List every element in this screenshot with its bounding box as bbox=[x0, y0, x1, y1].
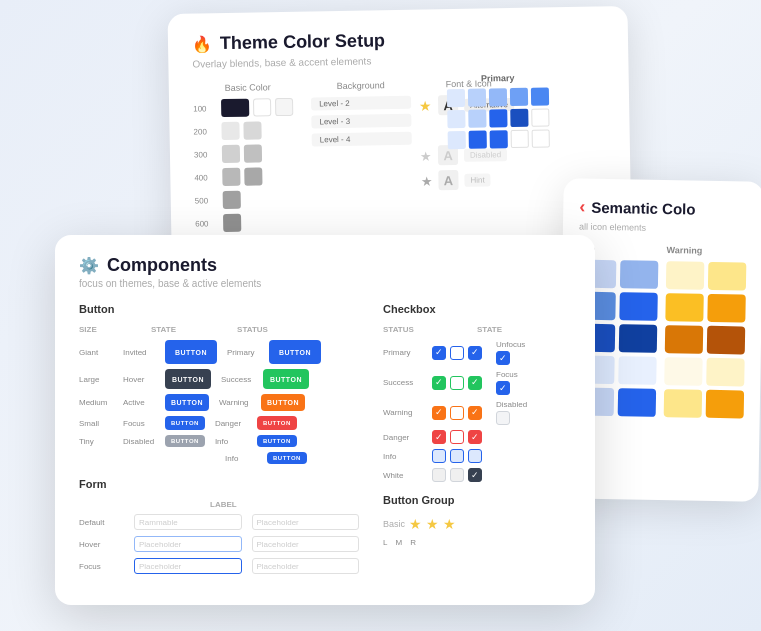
cb-info-outline2[interactable] bbox=[450, 449, 464, 463]
btn-info-2[interactable]: BUTTON bbox=[267, 452, 307, 464]
cb-red-check[interactable]: ✓ bbox=[432, 430, 446, 444]
cb-white-label: White bbox=[383, 471, 428, 480]
disabled-state-label: Disabled bbox=[123, 437, 161, 446]
cb-white-box2[interactable] bbox=[450, 468, 464, 482]
cb-warning-row: Warning ✓ ✓ Disabled bbox=[383, 400, 571, 425]
hover-label-input[interactable]: Placeholder bbox=[252, 536, 360, 552]
cb-white-box1[interactable] bbox=[432, 468, 446, 482]
btn-warning[interactable]: BUTTON bbox=[261, 394, 305, 411]
cb-disabled-box bbox=[496, 411, 510, 425]
warning-swatch-grid bbox=[664, 261, 747, 418]
state-header: STATE bbox=[121, 325, 206, 334]
cb-red-check2[interactable]: ✓ bbox=[468, 430, 482, 444]
cb-blue-outline[interactable] bbox=[450, 346, 464, 360]
warn-sw-2 bbox=[708, 262, 746, 291]
warn-sw-3 bbox=[665, 293, 703, 322]
btn-group-title: Button Group bbox=[383, 494, 571, 506]
theme-row-600: 600 bbox=[195, 213, 305, 233]
btn-active[interactable]: BUTTON bbox=[165, 394, 209, 411]
p-sw-14 bbox=[511, 130, 529, 148]
form-focus-row: Focus Placeholder Placeholder bbox=[79, 558, 359, 574]
cb-orange-check2[interactable]: ✓ bbox=[468, 406, 482, 420]
star-disabled-icon: ★ bbox=[420, 148, 432, 163]
primary-swatch-grid bbox=[447, 87, 550, 149]
status-header: STATUS bbox=[210, 325, 295, 334]
basic-color-label: Basic Color bbox=[193, 82, 303, 94]
btn-focus[interactable]: BUTTON bbox=[165, 416, 205, 430]
warn-sw-10 bbox=[706, 390, 744, 419]
cb-info-group bbox=[432, 449, 482, 463]
font-row-hint: ★ A Hint bbox=[420, 169, 520, 191]
p-sw-2 bbox=[468, 88, 486, 106]
form-section: Form LABEL Default Rammable Placeholder bbox=[79, 478, 359, 574]
giant-label: Giant bbox=[79, 348, 119, 357]
btn-info[interactable]: BUTTON bbox=[257, 435, 297, 447]
cb-warning-label: Warning bbox=[383, 408, 428, 417]
checkbox-section-title: Checkbox bbox=[383, 303, 571, 315]
btn-row-giant: Giant Invited BUTTON Primary BUTTON bbox=[79, 340, 359, 364]
btn-primary[interactable]: BUTTON bbox=[269, 340, 321, 364]
hover-input[interactable]: Placeholder bbox=[134, 536, 242, 552]
cb-info-outline1[interactable] bbox=[432, 449, 446, 463]
unfocus-state: Unfocus ✓ bbox=[496, 340, 525, 365]
warn-sw-7 bbox=[664, 357, 702, 386]
theme-card-subtitle: Overlay blends, base & accent elements bbox=[192, 51, 604, 69]
btn-headers: SIZE STATE STATUS bbox=[79, 325, 359, 334]
info-label-btn: Info bbox=[215, 437, 253, 446]
unfocus-label: Unfocus bbox=[496, 340, 525, 349]
font-row-2: ★ A Disabled ★ A Hint bbox=[420, 144, 521, 191]
warning-label: Warning bbox=[666, 245, 746, 256]
semantic-subtitle: all icon elements bbox=[579, 222, 747, 235]
primary-label-btn: Primary bbox=[227, 348, 265, 357]
focus-label-input[interactable]: Placeholder bbox=[252, 558, 360, 574]
cb-info-label: Info bbox=[383, 452, 428, 461]
cb-blue-check2[interactable]: ✓ bbox=[468, 346, 482, 360]
p-sw-11 bbox=[448, 131, 466, 149]
active-label: Active bbox=[123, 398, 161, 407]
button-section-title: Button bbox=[79, 303, 359, 315]
btn-disabled[interactable]: BUTTON bbox=[165, 435, 205, 447]
background-label: Background bbox=[311, 80, 411, 92]
btn-hover[interactable]: BUTTON bbox=[165, 369, 211, 389]
cb-orange-check[interactable]: ✓ bbox=[432, 406, 446, 420]
default-input[interactable]: Rammable bbox=[134, 514, 242, 530]
cb-orange-outline[interactable] bbox=[450, 406, 464, 420]
p-sw-8 bbox=[489, 109, 507, 127]
cb-green-check2[interactable]: ✓ bbox=[468, 376, 482, 390]
cb-focus-check[interactable]: ✓ bbox=[496, 381, 510, 395]
p-sw-7 bbox=[468, 109, 486, 127]
primary-label: Primary bbox=[447, 72, 549, 84]
btn-invited[interactable]: BUTTON bbox=[165, 340, 217, 364]
cb-green-check[interactable]: ✓ bbox=[432, 376, 446, 390]
info-sw-10 bbox=[618, 388, 656, 417]
btn-danger[interactable]: BUTTON bbox=[257, 416, 297, 430]
cb-info-row: Info bbox=[383, 449, 571, 463]
swatch-light bbox=[275, 98, 293, 116]
theme-row-300: 300 bbox=[194, 144, 304, 164]
cb-danger-row: Danger ✓ ✓ bbox=[383, 430, 571, 444]
button-group-section: Button Group Basic ★ ★ ★ L M R bbox=[383, 494, 571, 547]
cb-white-check[interactable]: ✓ bbox=[468, 468, 482, 482]
cb-blue-check[interactable]: ✓ bbox=[432, 346, 446, 360]
theme-row-200: 200 bbox=[193, 121, 303, 141]
focus-input[interactable]: Placeholder bbox=[134, 558, 242, 574]
swatch-200b bbox=[243, 121, 261, 139]
cb-unfocus-check[interactable]: ✓ bbox=[496, 351, 510, 365]
level-2-pill: Level - 2 bbox=[311, 96, 411, 111]
disabled-state: Disabled bbox=[496, 400, 527, 425]
cb-green-outline[interactable] bbox=[450, 376, 464, 390]
cb-info-outline3[interactable] bbox=[468, 449, 482, 463]
cb-red-outline[interactable] bbox=[450, 430, 464, 444]
p-sw-9 bbox=[510, 109, 528, 127]
focus-cb-label: Focus bbox=[496, 370, 518, 379]
btn-success[interactable]: BUTTON bbox=[263, 369, 309, 389]
swatch-500a bbox=[223, 191, 241, 209]
form-section-title: Form bbox=[79, 478, 359, 490]
swatch-dark bbox=[221, 99, 249, 117]
form-default-row: Default Rammable Placeholder bbox=[79, 514, 359, 530]
btn-group-stars: Basic ★ ★ ★ bbox=[383, 516, 571, 532]
background-column: Background Level - 2 Level - 3 Level - 4 bbox=[311, 80, 414, 236]
default-label-input[interactable]: Placeholder bbox=[252, 514, 360, 530]
tiny-label: Tiny bbox=[79, 437, 119, 446]
theme-row-500: 500 bbox=[195, 190, 305, 210]
